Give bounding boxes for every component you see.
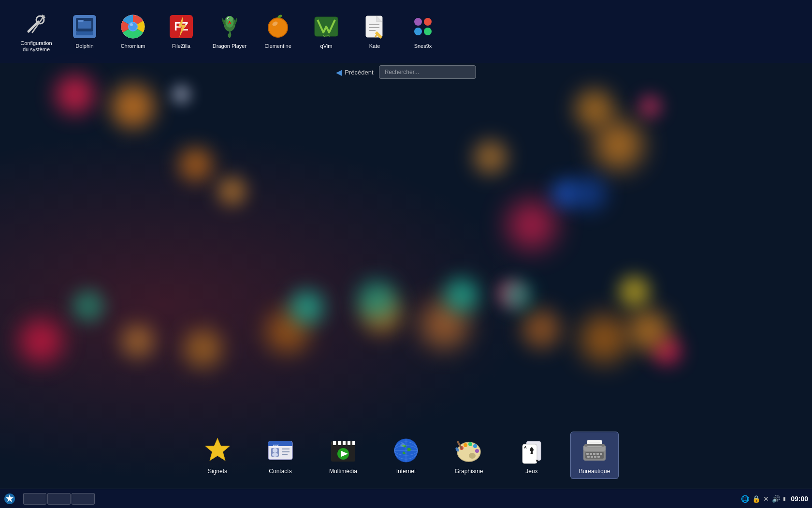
lock-icon[interactable]: 🔒	[752, 495, 760, 503]
signets-icon	[203, 436, 232, 465]
app-jeux[interactable]: A A Jeux	[508, 432, 556, 478]
svg-point-42	[273, 448, 277, 453]
config-icon	[23, 10, 50, 37]
svg-point-71	[475, 449, 479, 453]
app-snes9x[interactable]: Snes9x	[401, 9, 445, 53]
app-dolphin-label: Dolphin	[75, 43, 93, 49]
app-kate-label: Kate	[369, 43, 380, 49]
svg-rect-53	[348, 441, 350, 445]
app-internet[interactable]: Internet	[382, 432, 430, 478]
app-dragon-player-label: Dragon Player	[213, 43, 246, 49]
kde-logo-icon	[4, 493, 15, 505]
battery-icon[interactable]: ▮	[783, 496, 786, 501]
app-jeux-label: Jeux	[525, 468, 537, 475]
top-app-bar: Configuration du système Dolphin	[0, 0, 812, 63]
app-graphisme[interactable]: Graphisme	[445, 432, 493, 478]
qvim-icon: Vim	[313, 13, 340, 40]
svg-rect-52	[343, 441, 346, 445]
svg-point-20	[228, 18, 229, 19]
filezilla-icon: FZ	[168, 13, 195, 40]
jeux-icon: A A	[517, 436, 546, 465]
svg-point-33	[414, 18, 422, 26]
network-icon[interactable]: 🌐	[741, 495, 749, 503]
svg-point-36	[424, 28, 432, 35]
volume-icon[interactable]: 🔊	[772, 495, 780, 503]
taskbar-btn-3[interactable]	[72, 493, 95, 505]
svg-rect-8	[78, 20, 84, 22]
app-kate[interactable]: Kate	[353, 9, 396, 53]
app-bureautique-label: Bureautique	[579, 468, 610, 475]
contacts-icon: KDE	[266, 436, 295, 465]
app-graphisme-label: Graphisme	[455, 468, 483, 475]
svg-text:A: A	[524, 445, 527, 449]
app-signets[interactable]: Signets	[193, 432, 242, 478]
svg-rect-85	[600, 453, 602, 455]
graphisme-icon	[454, 436, 483, 465]
app-bureautique[interactable]: Bureautique	[570, 432, 619, 479]
app-chromium[interactable]: Chromium	[111, 9, 155, 53]
svg-rect-82	[590, 453, 592, 455]
svg-marker-37	[205, 438, 230, 461]
search-bar: ◀ Précédent	[336, 65, 476, 79]
app-snes9x-label: Snes9x	[414, 43, 432, 49]
snes9x-icon	[409, 13, 436, 40]
app-config-systeme[interactable]: Configuration du système	[14, 6, 58, 57]
chromium-icon	[119, 13, 146, 40]
bottom-apps-grid: Signets KDE Contacts	[193, 432, 619, 479]
multimedia-icon	[329, 436, 358, 465]
app-multimedia-label: Multimédia	[329, 468, 357, 475]
start-button[interactable]	[0, 489, 19, 508]
svg-rect-83	[593, 453, 595, 455]
svg-rect-84	[596, 453, 599, 455]
app-contacts[interactable]: KDE Contacts	[256, 432, 304, 478]
clementine-icon	[264, 13, 291, 40]
app-filezilla-label: FileZilla	[172, 43, 190, 49]
app-signets-label: Signets	[208, 468, 227, 475]
svg-point-35	[414, 28, 422, 35]
svg-rect-6	[76, 31, 93, 35]
kate-icon	[361, 13, 388, 40]
app-qvim[interactable]: Vim qVim	[304, 9, 348, 53]
svg-point-18	[226, 16, 233, 22]
svg-rect-40	[268, 444, 292, 446]
svg-point-11	[129, 23, 137, 30]
svg-rect-88	[594, 456, 596, 458]
svg-rect-86	[587, 456, 590, 458]
svg-point-12	[130, 23, 133, 26]
taskbar-clock: 09:00	[791, 495, 808, 503]
svg-text:A: A	[536, 459, 538, 463]
svg-text:Vim: Vim	[323, 34, 330, 38]
svg-rect-89	[597, 456, 600, 458]
app-filezilla[interactable]: FZ FileZilla	[160, 9, 203, 53]
svg-rect-51	[338, 441, 341, 445]
taskbar: 🌐 🔒 ✕ 🔊 ▮ 09:00	[0, 489, 812, 508]
svg-point-66	[469, 453, 476, 459]
svg-text:KDE: KDE	[273, 444, 279, 447]
app-dolphin[interactable]: Dolphin	[63, 9, 106, 53]
internet-icon	[392, 436, 420, 465]
svg-point-69	[468, 442, 472, 446]
svg-point-70	[473, 444, 477, 448]
svg-point-43	[272, 453, 278, 457]
app-clementine[interactable]: Clementine	[256, 9, 300, 53]
svg-rect-87	[591, 456, 593, 458]
app-multimedia[interactable]: Multimédia	[319, 432, 367, 478]
app-dragon-player[interactable]: Dragon Player	[208, 9, 251, 53]
taskbar-right: 🌐 🔒 ✕ 🔊 ▮ 09:00	[741, 495, 812, 503]
taskbar-middle	[19, 493, 741, 505]
back-button[interactable]: ◀ Précédent	[336, 68, 373, 77]
dolphin-icon	[71, 13, 98, 40]
app-chromium-label: Chromium	[121, 43, 145, 49]
window-close-icon[interactable]: ✕	[763, 495, 769, 503]
taskbar-btn-2[interactable]	[47, 493, 71, 505]
back-label: Précédent	[345, 69, 373, 76]
taskbar-btn-1[interactable]	[23, 493, 46, 505]
back-arrow-icon: ◀	[336, 68, 342, 77]
search-input[interactable]	[379, 65, 476, 79]
bureautique-icon	[580, 436, 609, 465]
svg-point-68	[464, 443, 467, 447]
app-contacts-label: Contacts	[269, 468, 291, 475]
app-qvim-label: qVim	[320, 43, 333, 49]
svg-rect-54	[352, 441, 355, 445]
svg-rect-81	[586, 453, 589, 455]
